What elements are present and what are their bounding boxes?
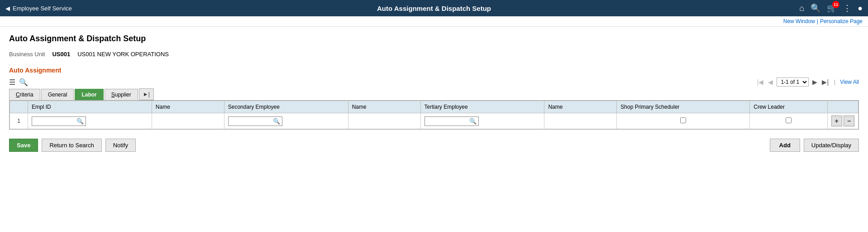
col-header-actions [827,101,858,113]
back-nav[interactable]: ◀ Employee Self Service [5,5,72,12]
page-title-bar: Auto Assignment & Dispatch Setup [377,5,491,12]
section-title: Auto Assignment [9,67,859,74]
secondary-employee-cell: 🔍 [224,113,348,129]
name2-cell [348,113,420,129]
tab-criteria-label: Criteria [16,92,33,98]
row-actions-cell: + − [827,113,858,129]
col-header-shop-primary-scheduler: Shop Primary Scheduler [617,101,750,113]
empl-id-search-icon[interactable]: 🔍 [76,118,84,125]
prev-page-icon[interactable]: ◀ [767,78,774,86]
chevron-left-icon: ◀ [5,5,10,12]
personalize-page-link[interactable]: Personalize Page [820,18,863,24]
last-page-icon[interactable]: ▶| [821,78,830,86]
notify-button[interactable]: Notify [105,139,136,152]
tab-labor[interactable]: Labor [75,89,103,100]
business-unit-label: Business Unit [9,51,45,58]
business-unit-description: US001 NEW YORK OPERATIONS [77,51,169,58]
secondary-employee-input-wrapper: 🔍 [228,116,282,126]
remove-row-button[interactable]: − [844,116,854,126]
cart-badge: 11 [832,1,839,8]
table-toolbar: ☰ 🔍 |◀ ◀ 1-1 of 1 ▶ ▶| | View All [9,77,859,87]
col-header-row-num [10,101,28,113]
page-title: Auto Assignment & Dispatch Setup [9,34,859,44]
empl-id-input[interactable] [34,118,76,124]
toolbar-right: |◀ ◀ 1-1 of 1 ▶ ▶| | View All [756,77,859,87]
return-to-search-button[interactable]: Return to Search [42,139,101,152]
search-icon[interactable]: 🔍 [19,78,28,87]
toolbar-left: ☰ 🔍 [9,78,28,87]
tab-general-label: General [48,92,67,98]
next-page-icon[interactable]: ▶ [811,78,818,86]
separator: | [817,18,818,24]
name3-cell [544,113,617,129]
first-page-icon[interactable]: |◀ [756,78,765,86]
empl-id-cell: 🔍 [28,113,152,129]
pagination-info: 1-1 of 1 [777,77,809,87]
back-nav-label: Employee Self Service [13,5,72,12]
user-profile-button[interactable]: ● [858,4,863,13]
grid-view-icon[interactable]: ☰ [9,78,15,87]
shop-primary-scheduler-cell [617,113,750,129]
sub-navigation: New Window | Personalize Page [0,16,868,27]
tab-more-icon[interactable]: ►| [139,88,154,100]
top-navigation-bar: ◀ Employee Self Service Auto Assignment … [0,0,868,16]
secondary-employee-input[interactable] [230,118,273,124]
cart-button[interactable]: 🛒 11 [827,3,837,13]
bottom-left-buttons: Save Return to Search Notify [9,139,136,152]
add-button[interactable]: Add [770,139,800,152]
new-window-link[interactable]: New Window [783,18,815,24]
tab-bar: Criteria General Labor Supplier ►| [9,88,859,100]
empl-id-input-wrapper: 🔍 [32,116,86,126]
tertiary-employee-input-wrapper: 🔍 [424,116,479,126]
add-row-button[interactable]: + [831,116,842,126]
business-unit-value: US001 [52,51,70,58]
home-button[interactable]: ⌂ [799,4,804,13]
col-header-tertiary-employee: Tertiary Employee [420,101,544,113]
table-row: 1 🔍 🔍 [10,113,858,129]
bottom-right-buttons: Add Update/Display [770,139,859,152]
col-header-empl-id: Empl ID [28,101,152,113]
page-content: Auto Assignment & Dispatch Setup Busines… [0,27,868,159]
top-bar-actions: ⌂ 🔍 🛒 11 ⋮ ● [799,3,863,13]
col-header-name3: Name [544,101,617,113]
tertiary-employee-input[interactable] [427,118,469,124]
tertiary-employee-cell: 🔍 [420,113,544,129]
bottom-actions: Save Return to Search Notify Add Update/… [9,139,859,152]
secondary-employee-search-icon[interactable]: 🔍 [273,118,280,125]
tab-labor-label: Labor [81,92,96,98]
search-button[interactable]: 🔍 [811,3,820,13]
col-header-crew-leader: Crew Leader [750,101,827,113]
labor-table: Empl ID Name Secondary Employee Name Ter… [10,101,858,129]
tab-general[interactable]: General [41,89,74,100]
crew-leader-cell [750,113,827,129]
tab-supplier[interactable]: Supplier [105,89,138,100]
shop-primary-scheduler-checkbox[interactable] [680,117,686,123]
update-display-button[interactable]: Update/Display [804,139,859,152]
data-table-wrapper: Empl ID Name Secondary Employee Name Ter… [9,100,859,130]
business-unit-row: Business Unit US001 US001 NEW YORK OPERA… [9,51,859,58]
col-header-name1: Name [152,101,224,113]
view-all-link[interactable]: View All [840,79,859,85]
col-header-secondary-employee: Secondary Employee [224,101,348,113]
tab-supplier-label: Supplier [111,92,131,98]
crew-leader-checkbox[interactable] [786,117,792,123]
tertiary-employee-search-icon[interactable]: 🔍 [469,118,477,125]
tab-criteria[interactable]: Criteria [9,89,40,100]
save-button[interactable]: Save [9,139,38,152]
name1-cell [152,113,224,129]
pagination-select[interactable]: 1-1 of 1 [777,77,809,87]
col-header-name2: Name [348,101,420,113]
row-number: 1 [10,113,28,129]
table-header-row: Empl ID Name Secondary Employee Name Ter… [10,101,858,113]
more-options-button[interactable]: ⋮ [843,3,851,13]
